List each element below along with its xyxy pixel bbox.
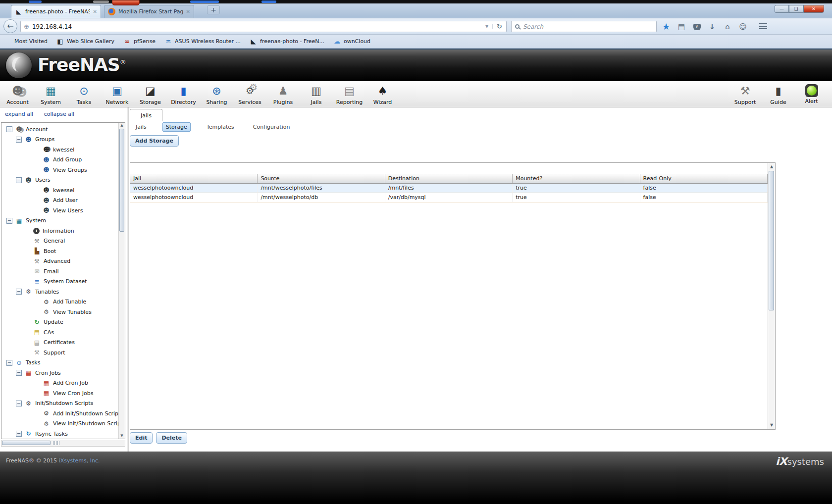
sidebar-tree-item[interactable]: View Cron Jobs [1, 388, 125, 399]
search-bar[interactable] [511, 21, 657, 32]
sidebar-tree-item[interactable]: Users [1, 175, 125, 186]
column-header[interactable]: Mounted? [513, 174, 640, 183]
sidebar-tree-item[interactable]: kwessel [1, 185, 125, 196]
sidebar-hscroll-grip[interactable] [53, 441, 60, 445]
sidebar-tree-item[interactable]: View Groups [1, 165, 125, 175]
reading-list-icon[interactable]: ▤ [676, 22, 687, 31]
tree-collapse-minus-icon[interactable] [16, 401, 22, 406]
scroll-down-icon[interactable]: ▼ [768, 422, 775, 429]
close-button[interactable]: ✕ [803, 5, 824, 13]
subtab[interactable]: Jails [133, 123, 150, 131]
minimize-button[interactable]: — [775, 5, 789, 13]
ixsystems-link[interactable]: iXsystems, Inc. [59, 457, 100, 464]
subtab[interactable]: Templates [204, 123, 237, 131]
sidebar-tree-item[interactable]: Groups [1, 135, 125, 145]
sidebar-tree-item[interactable]: Information [1, 226, 125, 236]
tree-collapse-minus-icon[interactable] [16, 177, 22, 183]
toolbar-item[interactable]: System [34, 81, 67, 107]
sidebar-tree-item[interactable]: Certificates [1, 338, 125, 348]
toolbar-item[interactable]: Jails [300, 81, 333, 107]
toolbar-item[interactable]: Alert [795, 81, 828, 107]
column-header[interactable]: Source [258, 174, 385, 183]
sidebar-tree-item[interactable]: Add Init/Shutdown Script [1, 408, 125, 419]
back-button[interactable]: ← [3, 19, 17, 33]
tree-collapse-minus-icon[interactable] [6, 126, 12, 132]
bookmark-item[interactable]: Most Visited [4, 38, 48, 45]
sidebar-hscroll-thumb[interactable] [2, 441, 51, 445]
tree-collapse-minus-icon[interactable] [16, 289, 22, 295]
tree-collapse-minus-icon[interactable] [16, 370, 22, 376]
collapse-all-link[interactable]: collapse all [44, 111, 74, 117]
sidebar-tree-item[interactable]: Add Tunable [1, 297, 125, 307]
column-header[interactable]: Jail [130, 174, 258, 183]
maximize-button[interactable]: ❏ [789, 5, 803, 13]
pocket-icon[interactable]: ∨ [691, 23, 702, 30]
url-dropdown-icon[interactable]: ▼ [481, 24, 493, 29]
tree-collapse-minus-icon[interactable] [16, 431, 22, 437]
jails-page-tab[interactable]: Jails [130, 109, 162, 121]
scroll-down-icon[interactable]: ▼ [119, 433, 125, 439]
hello-smiley-icon[interactable]: ☺ [737, 22, 748, 31]
sidebar-tree-item[interactable]: View Tunables [1, 307, 125, 317]
action-button[interactable]: Delete [156, 432, 187, 444]
column-header[interactable]: Read-Only [640, 174, 768, 183]
downloads-icon[interactable]: ↓ [707, 22, 718, 31]
add-storage-button[interactable]: Add Storage [130, 135, 179, 147]
sidebar-tree-item[interactable]: kwessel [1, 145, 125, 155]
toolbar-item[interactable]: Services [233, 81, 266, 107]
tab-close-icon[interactable]: ✕ [93, 9, 97, 14]
toolbar-item[interactable]: Support [728, 81, 762, 107]
reload-icon[interactable]: ↻ [493, 23, 506, 30]
table-vertical-scrollbar[interactable]: ▲ ▼ [768, 163, 775, 429]
sidebar-tree-item[interactable]: Tunables [1, 287, 125, 297]
bookmark-item[interactable]: ASUS Wireless Router ... [164, 38, 241, 45]
search-input[interactable] [523, 23, 656, 30]
sidebar-vertical-scrollbar[interactable]: ▲ ▼ [118, 123, 125, 439]
sidebar-tree-item[interactable]: General [1, 236, 125, 247]
sidebar-tree-item[interactable]: Add Group [1, 155, 125, 165]
sidebar-horizontal-scrollbar[interactable] [1, 440, 125, 447]
subtab[interactable]: Storage [162, 122, 191, 132]
toolbar-item[interactable]: Plugins [266, 81, 300, 107]
bookmark-star-icon[interactable]: ★ [661, 21, 672, 32]
panel-splitter[interactable] [127, 107, 129, 452]
tree-collapse-minus-icon[interactable] [6, 360, 12, 366]
bookmark-item[interactable]: ownCloud [333, 38, 370, 45]
bookmark-item[interactable]: freenas-photo - FreeN... [250, 38, 324, 45]
table-scrollbar-thumb[interactable] [769, 171, 774, 310]
sidebar-tree-item[interactable]: Add Cron Job [1, 378, 125, 389]
column-header[interactable]: Destination [385, 174, 513, 183]
sidebar-scrollbar-thumb[interactable] [119, 129, 124, 232]
sidebar-tree-item[interactable]: View Init/Shutdown Scripts [1, 419, 125, 429]
sidebar-tree-item[interactable]: Boot [1, 246, 125, 256]
bookmark-item[interactable]: pfSense [123, 38, 156, 45]
action-button[interactable]: Edit [130, 432, 153, 444]
bookmark-item[interactable]: Web Slice Gallery [56, 38, 114, 45]
toolbar-item[interactable]: Reporting [333, 81, 366, 107]
tree-collapse-minus-icon[interactable] [6, 218, 12, 224]
toolbar-item[interactable]: Directory [167, 81, 200, 107]
scroll-up-icon[interactable]: ▲ [119, 123, 125, 128]
subtab[interactable]: Configuration [250, 123, 293, 131]
home-icon[interactable]: ⌂ [722, 22, 733, 31]
sidebar-tree-item[interactable]: Tasks [1, 358, 125, 368]
sidebar-tree-item[interactable]: System [1, 216, 125, 226]
new-tab-button[interactable]: + [207, 5, 220, 14]
table-row[interactable]: wesselphotoowncloud /mnt/wesselphoto/db … [130, 193, 768, 202]
sidebar-tree-item[interactable]: Rsync Tasks [1, 429, 125, 439]
sidebar-tree-item[interactable]: Account [1, 124, 125, 135]
url-bar[interactable]: ⊕ ▼ ↻ [20, 21, 507, 32]
table-row[interactable]: wesselphotoowncloud /mnt/wesselphoto/fil… [130, 184, 768, 193]
toolbar-item[interactable]: Account [1, 81, 34, 107]
toolbar-item[interactable]: Wizard [366, 81, 399, 107]
menu-hamburger-icon[interactable] [758, 22, 769, 31]
toolbar-item[interactable]: Guide [762, 81, 795, 107]
tab-close-icon[interactable]: ✕ [186, 9, 190, 14]
sidebar-tree-item[interactable]: View Users [1, 205, 125, 216]
scroll-up-icon[interactable]: ▲ [768, 163, 775, 170]
toolbar-item[interactable]: Network [101, 81, 134, 107]
sidebar-tree-item[interactable]: Update [1, 317, 125, 328]
toolbar-item[interactable]: Sharing [200, 81, 233, 107]
sidebar-tree-item[interactable]: Support [1, 348, 125, 358]
browser-tab[interactable]: Mozilla Firefox Start Page ✕ [104, 5, 194, 18]
